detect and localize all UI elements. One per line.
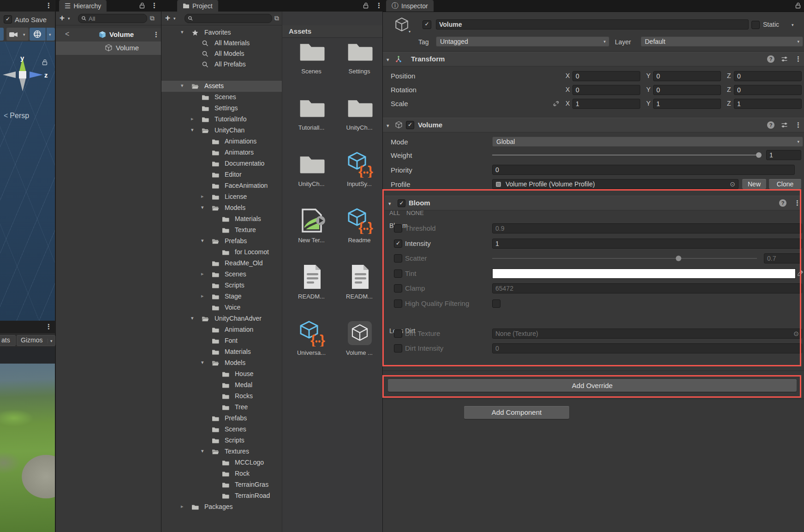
param-field[interactable]: 65472 <box>492 283 802 293</box>
priority-field[interactable]: 0 <box>492 165 795 175</box>
toolbar-button-edge[interactable] <box>0 28 4 41</box>
weight-field[interactable]: 1 <box>766 150 801 160</box>
hierarchy-prefab-row[interactable]: < Volume ⋮ <box>56 28 161 42</box>
tree-item[interactable]: Settings <box>161 103 282 114</box>
param-field[interactable]: 1 <box>492 239 802 249</box>
tree-item[interactable]: ▾Models <box>161 358 282 369</box>
transform-scale-y-field[interactable]: 1 <box>653 99 721 109</box>
orbit-dropdown-button[interactable]: ▾ <box>46 28 55 41</box>
foldout-open-arrow[interactable]: ▾ <box>201 238 204 244</box>
transform-position-z-field[interactable]: 0 <box>734 71 802 81</box>
bloom-menu-icon[interactable]: ⋮ <box>794 199 801 206</box>
tree-item[interactable]: Materials <box>161 347 282 358</box>
active-checkbox[interactable]: ✓ <box>423 20 431 29</box>
persp-label[interactable]: <Persp <box>4 112 29 120</box>
param-field[interactable]: 0.9 <box>492 223 802 233</box>
create-add-button[interactable]: + <box>60 13 65 22</box>
transform-header[interactable]: ▾ Transform ? ⋮ <box>383 52 804 66</box>
foldout-open-arrow[interactable]: ▾ <box>201 204 204 210</box>
presets-icon[interactable] <box>781 122 788 128</box>
tree-item-favorite[interactable]: All Prefabs <box>161 59 282 70</box>
bloom-all-toggle[interactable]: ALL <box>389 209 400 216</box>
foldout-open-arrow[interactable]: ▾ <box>201 359 204 365</box>
tree-item[interactable]: MCCLogo <box>161 457 282 468</box>
tree-item[interactable]: Scenes <box>161 424 282 435</box>
eyedropper-icon[interactable] <box>798 270 804 276</box>
tree-item[interactable]: ▾Textures <box>161 446 282 457</box>
project-menu-icon[interactable]: ⋮ <box>375 2 382 9</box>
transform-foldout-arrow[interactable]: ▾ <box>387 57 389 63</box>
weight-slider-knob[interactable] <box>756 152 762 158</box>
add-component-button[interactable]: Add Component <box>464 406 569 419</box>
prefab-row-menu-icon[interactable]: ⋮ <box>153 31 160 38</box>
layer-dropdown[interactable]: Default▾ <box>641 36 803 47</box>
scene-lock-icon[interactable] <box>42 59 48 66</box>
profile-object-field[interactable]: Volume Profile (Volume Profile) ⊙ <box>492 179 738 189</box>
param-checkbox[interactable] <box>492 299 500 308</box>
tree-item[interactable]: Medal <box>161 380 282 391</box>
volume-enabled-checkbox[interactable]: ✓ <box>406 121 414 129</box>
foldout-open-arrow[interactable]: ▾ <box>201 448 204 454</box>
tree-item[interactable]: Materials <box>161 214 282 225</box>
tree-item[interactable]: ▸Stage <box>161 291 282 302</box>
transform-scale-x-field[interactable]: 1 <box>572 99 640 109</box>
tree-item[interactable]: for Locomot <box>161 247 282 258</box>
tree-item[interactable]: ▾UnityChanAdver <box>161 313 282 324</box>
tree-item[interactable]: Scripts <box>161 435 282 446</box>
foldout-closed-arrow[interactable]: ▸ <box>201 193 204 199</box>
transform-position-y-field[interactable]: 0 <box>653 71 721 81</box>
foldout-open-arrow[interactable]: ▾ <box>181 29 184 35</box>
tree-item-favorite[interactable]: All Materials <box>161 38 282 49</box>
param-field[interactable]: 0 <box>492 343 802 353</box>
tree-item[interactable]: Scripts <box>161 280 282 291</box>
tree-item[interactable]: Animation <box>161 324 282 335</box>
override-checkbox[interactable] <box>394 284 402 293</box>
tree-item[interactable]: Scenes <box>161 92 282 103</box>
hierarchy-selected-row[interactable]: Volume <box>56 42 161 55</box>
foldout-open-arrow[interactable]: ▾ <box>191 315 194 321</box>
tree-item[interactable]: Texture <box>161 225 282 236</box>
inspector-lock-icon[interactable] <box>795 2 801 9</box>
transform-rotation-x-field[interactable]: 0 <box>572 85 640 95</box>
bloom-enabled-checkbox[interactable]: ✓ <box>398 199 405 207</box>
tree-item[interactable]: Rock <box>161 468 282 479</box>
param-object-field[interactable]: None (Texture)⊙ <box>492 329 802 339</box>
help-icon[interactable]: ? <box>767 55 774 63</box>
transform-rotation-z-field[interactable]: 0 <box>734 85 802 95</box>
param-slider[interactable] <box>492 258 757 259</box>
game-menu-icon[interactable]: ⋮ <box>45 323 52 330</box>
foldout-open-arrow[interactable]: ▾ <box>191 127 194 133</box>
tree-item[interactable]: FaceAnimation <box>161 180 282 191</box>
stats-button[interactable]: ats <box>0 335 16 346</box>
orbit-tool-button[interactable] <box>30 28 46 41</box>
static-dropdown-arrow[interactable]: ▾ <box>792 23 794 27</box>
presets-icon[interactable] <box>781 56 788 62</box>
hierarchy-menu-icon[interactable]: ⋮ <box>151 2 158 9</box>
object-picker-icon[interactable]: ⊙ <box>793 329 799 338</box>
add-override-button[interactable]: Add Override <box>388 379 797 392</box>
bloom-header[interactable]: ▾ ✓ Bloom ? ⋮ <box>385 196 801 210</box>
override-checkbox[interactable] <box>394 224 402 233</box>
tree-item[interactable]: Tree <box>161 402 282 413</box>
override-checkbox[interactable] <box>394 254 402 263</box>
camera-view-button[interactable]: ▾ <box>6 28 29 41</box>
gameobject-icon[interactable] <box>394 17 410 32</box>
project-add-button[interactable]: + <box>165 13 170 22</box>
transform-rotation-y-field[interactable]: 0 <box>653 85 721 95</box>
tree-item[interactable]: Documentatio <box>161 158 282 169</box>
override-checkbox[interactable]: ✓ <box>394 239 402 248</box>
prefab-root-label[interactable]: Volume <box>109 30 134 38</box>
transform-position-x-field[interactable]: 0 <box>572 71 640 81</box>
tree-item[interactable]: ReadMe_Old <box>161 258 282 269</box>
project-expand-icon[interactable]: ⧉ <box>274 14 279 22</box>
tab-project[interactable]: Project <box>177 0 218 12</box>
scene-viewport[interactable]: y z <Persp <box>0 42 55 321</box>
param-field[interactable]: 0.7 <box>764 253 801 263</box>
foldout-closed-arrow[interactable]: ▸ <box>201 271 204 277</box>
tree-item[interactable]: ▸Scenes <box>161 269 282 280</box>
tree-item[interactable]: Animations <box>161 136 282 147</box>
tree-item-favorite[interactable]: ▾Favorites <box>161 27 282 38</box>
override-checkbox[interactable] <box>394 344 402 353</box>
param-slider-knob[interactable] <box>676 256 681 261</box>
tree-item[interactable]: ▸License <box>161 191 282 203</box>
